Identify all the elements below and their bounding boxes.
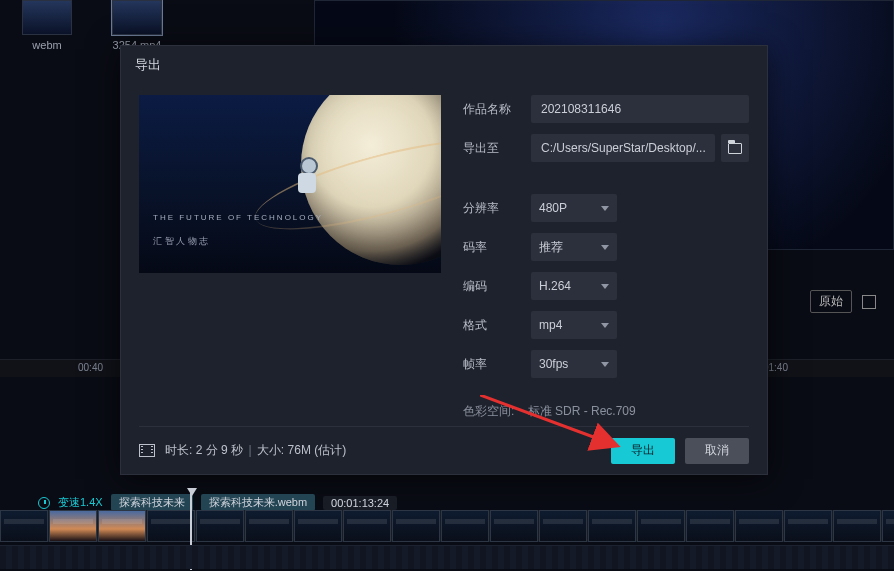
timeline-lower-track[interactable] xyxy=(0,545,894,569)
ruler-tick: 00:40 xyxy=(78,362,103,373)
duration-value: 2 分 9 秒 xyxy=(196,443,243,457)
fps-value: 30fps xyxy=(539,357,568,371)
gallery-item[interactable]: 3254.mp4 xyxy=(102,0,172,50)
colorspace-value: 标准 SDR - Rec.709 xyxy=(528,404,636,418)
thumbnail-image xyxy=(112,0,162,35)
gallery-item[interactable]: webm xyxy=(12,0,82,50)
export-path-input[interactable] xyxy=(531,134,715,162)
resolution-value: 480P xyxy=(539,201,567,215)
timecode: 00:01:13:24 xyxy=(323,496,397,510)
chevron-down-icon xyxy=(601,284,609,289)
clip-label[interactable]: 探索科技未来 xyxy=(111,494,193,511)
gallery-thumbnails: webm 3254.mp4 xyxy=(0,0,300,50)
export-dialog: 导出 THE FUTURE OF TECHNOLOGY 汇 智 人 物 志 作品… xyxy=(120,45,768,475)
original-size-button[interactable]: 原始 xyxy=(810,290,852,313)
fps-label: 帧率 xyxy=(463,356,519,373)
preview-caption-1: THE FUTURE OF TECHNOLOGY xyxy=(153,213,323,222)
bitrate-value: 推荐 xyxy=(539,239,563,256)
project-name-input[interactable] xyxy=(531,95,749,123)
export-preview: THE FUTURE OF TECHNOLOGY 汇 智 人 物 志 xyxy=(139,95,441,273)
format-label: 格式 xyxy=(463,317,519,334)
timeline-frames[interactable] xyxy=(0,510,894,542)
size-label: 大小: xyxy=(257,443,284,457)
chevron-down-icon xyxy=(601,362,609,367)
chevron-down-icon xyxy=(601,206,609,211)
resolution-select[interactable]: 480P xyxy=(531,194,617,222)
colorspace-label: 色彩空间: xyxy=(463,404,514,418)
name-label: 作品名称 xyxy=(463,101,519,118)
duration-label: 时长: xyxy=(165,443,192,457)
resolution-label: 分辨率 xyxy=(463,200,519,217)
codec-value: H.264 xyxy=(539,279,571,293)
format-value: mp4 xyxy=(539,318,562,332)
chevron-down-icon xyxy=(601,323,609,328)
format-select[interactable]: mp4 xyxy=(531,311,617,339)
cancel-button[interactable]: 取消 xyxy=(685,438,749,464)
chevron-down-icon xyxy=(601,245,609,250)
browse-folder-button[interactable] xyxy=(721,134,749,162)
codec-select[interactable]: H.264 xyxy=(531,272,617,300)
track-header: 变速1.4X 探索科技未来 探索科技未来.webm 00:01:13:24 xyxy=(38,494,397,511)
clock-icon xyxy=(38,497,50,509)
dialog-title: 导出 xyxy=(121,46,767,85)
codec-label: 编码 xyxy=(463,278,519,295)
folder-icon xyxy=(728,143,742,154)
thumbnail-label: webm xyxy=(12,39,82,51)
size-value: 76M (估计) xyxy=(288,443,347,457)
fullscreen-icon[interactable] xyxy=(862,295,876,309)
preview-caption-2: 汇 智 人 物 志 xyxy=(153,235,208,248)
bitrate-select[interactable]: 推荐 xyxy=(531,233,617,261)
path-label: 导出至 xyxy=(463,140,519,157)
export-button[interactable]: 导出 xyxy=(611,438,675,464)
thumbnail-image xyxy=(22,0,72,35)
bitrate-label: 码率 xyxy=(463,239,519,256)
fps-select[interactable]: 30fps xyxy=(531,350,617,378)
speed-badge[interactable]: 变速1.4X xyxy=(58,495,103,510)
film-icon xyxy=(139,444,155,457)
clip-label[interactable]: 探索科技未来.webm xyxy=(201,494,315,511)
